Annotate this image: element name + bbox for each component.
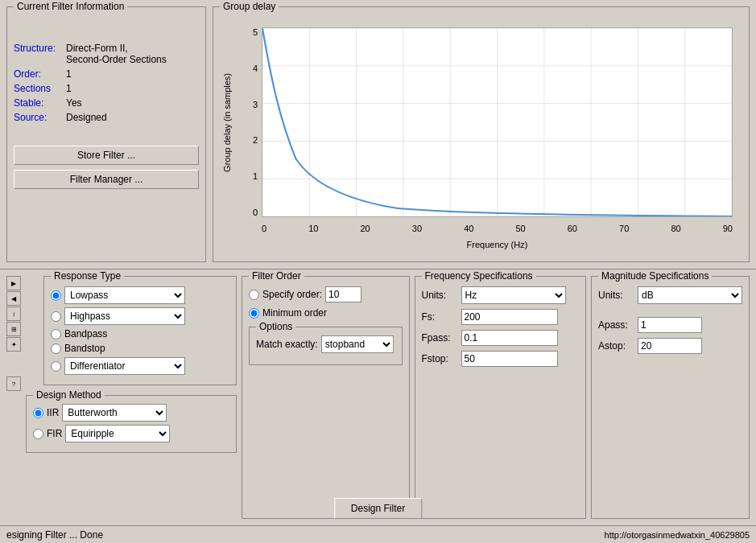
lowpass-select[interactable]: Lowpass bbox=[64, 286, 185, 304]
toolbar-btn-5[interactable]: ✦ bbox=[6, 337, 21, 352]
fstop-input[interactable] bbox=[461, 351, 558, 367]
bottom-section: ▶ ◀ ↕ ⊞ ✦ ? Response Type Lowpass bbox=[0, 269, 756, 543]
mag-units-select[interactable]: dB bbox=[638, 286, 742, 304]
astop-row: Astop: bbox=[598, 338, 742, 354]
fstop-row: Fstop: bbox=[422, 351, 579, 367]
x-tick-70: 70 bbox=[619, 224, 629, 233]
group-delay-panel: Group delay 5 4 3 2 1 0 Group delay (in … bbox=[213, 6, 750, 262]
toolbar-btn-2[interactable]: ◀ bbox=[6, 291, 21, 306]
top-section: Current Filter Information Structure: Di… bbox=[0, 0, 756, 269]
x-tick-10: 10 bbox=[308, 224, 318, 233]
stable-value: Yes bbox=[66, 97, 82, 109]
match-exactly-row: Match exactly: stopband bbox=[256, 335, 395, 353]
left-toolbar: ▶ ◀ ↕ ⊞ ✦ ? bbox=[6, 276, 21, 519]
main-container: Current Filter Information Structure: Di… bbox=[0, 0, 756, 543]
fir-row: FIR Equiripple bbox=[33, 425, 229, 442]
fs-label: Fs: bbox=[422, 311, 458, 323]
bandstop-row: Bandstop bbox=[51, 343, 229, 354]
highpass-select[interactable]: Highpass bbox=[64, 307, 185, 325]
x-tick-80: 80 bbox=[671, 224, 680, 233]
store-filter-button[interactable]: Store Filter ... bbox=[14, 146, 199, 165]
source-label: Source: bbox=[14, 112, 66, 123]
toolbar-btn-4[interactable]: ⊞ bbox=[6, 322, 21, 336]
order-label: Order: bbox=[14, 68, 66, 80]
match-exactly-label: Match exactly: bbox=[256, 339, 318, 350]
status-text-left: esigning Filter ... Done bbox=[6, 529, 103, 541]
y-tick-0: 0 bbox=[253, 208, 258, 217]
bandpass-row: Bandpass bbox=[51, 328, 229, 339]
fs-input[interactable] bbox=[461, 309, 558, 325]
x-tick-50: 50 bbox=[515, 224, 525, 233]
iir-row: IIR Butterworth bbox=[33, 404, 229, 422]
stable-label: Stable: bbox=[14, 97, 66, 109]
x-tick-90: 90 bbox=[723, 224, 733, 233]
filter-manager-button[interactable]: Filter Manager ... bbox=[14, 170, 199, 189]
design-filter-button[interactable]: Design Filter bbox=[334, 498, 422, 519]
astop-input[interactable] bbox=[638, 338, 702, 354]
freq-units-row: Units: Hz bbox=[422, 286, 579, 304]
filter-order-title: Filter Order bbox=[249, 270, 304, 282]
y-tick-4: 4 bbox=[253, 64, 258, 73]
mag-units-row: Units: dB bbox=[598, 286, 742, 304]
x-tick-labels: 0 10 20 30 40 50 60 70 80 90 bbox=[262, 224, 733, 233]
freq-specs-panel: Frequency Specifications Units: Hz Fs: F… bbox=[415, 276, 586, 519]
fir-label: FIR bbox=[47, 428, 62, 439]
bandpass-label: Bandpass bbox=[64, 328, 107, 339]
x-axis-label: Frequency (Hz) bbox=[467, 240, 528, 249]
iir-label: IIR bbox=[47, 407, 59, 418]
astop-label: Astop: bbox=[598, 340, 634, 352]
y-axis-label: Group delay (in samples) bbox=[222, 73, 232, 172]
structure-value: Direct-Form II,Second-Order Sections bbox=[66, 43, 167, 65]
specify-order-input[interactable] bbox=[325, 286, 361, 302]
differentiator-radio[interactable] bbox=[51, 361, 61, 372]
specify-order-radio[interactable] bbox=[249, 290, 259, 300]
fir-radio[interactable] bbox=[33, 429, 43, 439]
structure-label: Structure: bbox=[14, 43, 66, 54]
lowpass-radio[interactable] bbox=[51, 290, 61, 301]
options-subpanel: Options Match exactly: stopband bbox=[249, 327, 403, 365]
group-delay-title: Group delay bbox=[220, 1, 279, 12]
order-row: Order: 1 bbox=[14, 68, 199, 80]
y-tick-3: 3 bbox=[253, 100, 258, 109]
freq-specs-title: Frequency Specifications bbox=[422, 270, 536, 282]
toolbar-btn-1[interactable]: ▶ bbox=[6, 276, 21, 290]
filter-buttons: Store Filter ... Filter Manager ... bbox=[14, 146, 199, 189]
match-exactly-select[interactable]: stopband bbox=[321, 335, 394, 353]
highpass-row: Highpass bbox=[51, 307, 229, 325]
minimum-order-radio[interactable] bbox=[249, 308, 259, 319]
fpass-row: Fpass: bbox=[422, 330, 579, 346]
source-row: Source: Designed bbox=[14, 112, 199, 123]
lowpass-row: Lowpass bbox=[51, 286, 229, 304]
filter-info-title: Current Filter Information bbox=[14, 1, 127, 12]
specify-order-label: Specify order: bbox=[262, 289, 322, 300]
apass-input[interactable] bbox=[638, 317, 702, 333]
x-tick-30: 30 bbox=[412, 224, 422, 233]
fir-method-select[interactable]: Equiripple bbox=[65, 425, 170, 442]
source-value: Designed bbox=[66, 112, 107, 123]
sections-label: Sections bbox=[14, 83, 66, 94]
fpass-input[interactable] bbox=[461, 330, 558, 346]
stable-row: Stable: Yes bbox=[14, 97, 199, 109]
filter-info-content: Structure: Direct-Form II,Second-Order S… bbox=[14, 39, 199, 130]
order-value: 1 bbox=[66, 68, 72, 80]
bandstop-radio[interactable] bbox=[51, 343, 61, 354]
freq-units-select[interactable]: Hz bbox=[461, 286, 566, 304]
status-bar: esigning Filter ... Done http://otorgasi… bbox=[0, 525, 756, 543]
x-tick-40: 40 bbox=[464, 224, 473, 233]
sections-value: 1 bbox=[66, 83, 72, 94]
status-text-right: http://otorgasinmedwatxin_40629805 bbox=[605, 530, 750, 540]
chart-svg bbox=[262, 28, 732, 216]
iir-method-select[interactable]: Butterworth bbox=[62, 404, 167, 422]
toolbar-btn-6[interactable]: ? bbox=[6, 376, 21, 391]
toolbar-btn-3[interactable]: ↕ bbox=[6, 306, 21, 321]
fstop-label: Fstop: bbox=[422, 353, 458, 364]
highpass-radio[interactable] bbox=[51, 311, 61, 322]
filter-order-panel: Filter Order Specify order: Minimum orde… bbox=[242, 276, 410, 519]
bandpass-radio[interactable] bbox=[51, 329, 61, 339]
freq-units-label: Units: bbox=[422, 290, 458, 301]
structure-row: Structure: Direct-Form II,Second-Order S… bbox=[14, 43, 199, 65]
differentiator-select[interactable]: Differentiator bbox=[64, 357, 185, 375]
iir-radio[interactable] bbox=[33, 408, 43, 418]
specify-order-row: Specify order: bbox=[249, 286, 403, 302]
y-tick-1: 1 bbox=[253, 171, 258, 181]
